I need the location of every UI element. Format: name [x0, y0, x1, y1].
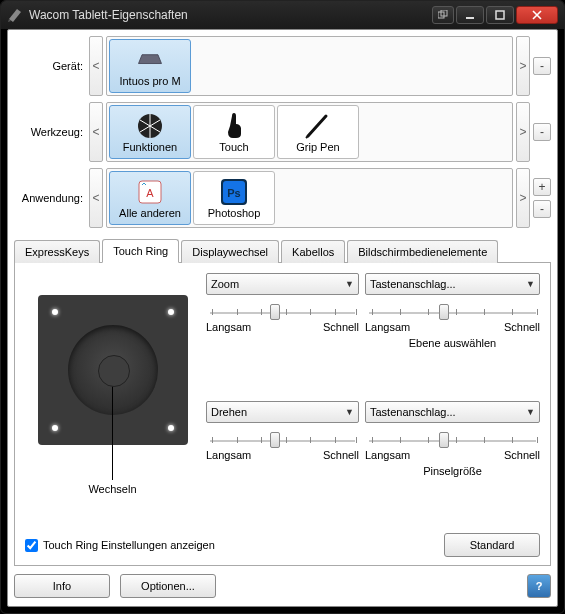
svg-rect-2 [466, 17, 474, 19]
show-settings-checkbox-input[interactable] [25, 539, 38, 552]
combo-value: Zoom [211, 278, 239, 290]
tr-sub-label: Ebene auswählen [365, 337, 540, 349]
tool-strip: Funktionen Touch Grip Pen [106, 102, 513, 162]
br-sub-label: Pinselgröße [365, 465, 540, 477]
slider-max-label: Schnell [323, 449, 359, 461]
slider-max-label: Schnell [323, 321, 359, 333]
pen-icon [303, 112, 333, 140]
chevron-down-icon: ▼ [526, 407, 535, 417]
bl-function-combo[interactable]: Drehen ▼ [206, 401, 359, 423]
tool-row-label: Werkzeug: [14, 126, 89, 138]
device-tile-label: Intuos pro M [119, 76, 180, 87]
tool-tile-touch[interactable]: Touch [193, 105, 275, 159]
tool-tile-functions[interactable]: Funktionen [109, 105, 191, 159]
slider-min-label: Langsam [365, 321, 410, 333]
device-tile-intuos[interactable]: Intuos pro M [109, 39, 191, 93]
app-tile-photoshop[interactable]: Ps Photoshop [193, 171, 275, 225]
info-button[interactable]: Info [14, 574, 110, 598]
slider-min-label: Langsam [365, 449, 410, 461]
app-next-button[interactable]: > [516, 168, 530, 228]
tab-bildschirmbedienelemente[interactable]: Bildschirmbedienelemente [347, 240, 498, 263]
svg-text:A: A [146, 187, 154, 199]
svg-text:Ps: Ps [227, 187, 240, 199]
tab-touchring[interactable]: Touch Ring [102, 239, 179, 263]
maximize-button[interactable] [486, 6, 514, 24]
device-strip: Intuos pro M [106, 36, 513, 96]
combo-value: Drehen [211, 406, 247, 418]
tool-prev-button[interactable]: < [89, 102, 103, 162]
photoshop-icon: Ps [219, 178, 249, 206]
tool-tile-label: Grip Pen [296, 142, 339, 153]
functions-icon [135, 112, 165, 140]
app-strip: A Alle anderen Ps Photoshop [106, 168, 513, 228]
close-button[interactable] [516, 6, 558, 24]
device-prev-button[interactable]: < [89, 36, 103, 96]
checkbox-label: Touch Ring Einstellungen anzeigen [43, 539, 215, 551]
app-tile-label: Photoshop [208, 208, 261, 219]
tab-bar: ExpressKeys Touch Ring Displaywechsel Ka… [14, 238, 551, 263]
app-row-label: Anwendung: [14, 192, 89, 204]
help-button[interactable]: ? [527, 574, 551, 598]
titlebar[interactable]: Wacom Tablett-Eigenschaften [1, 1, 564, 29]
default-button[interactable]: Standard [444, 533, 540, 557]
slider-min-label: Langsam [206, 321, 251, 333]
app-icon [7, 7, 23, 23]
svg-marker-4 [139, 54, 162, 63]
svg-rect-3 [496, 11, 504, 19]
options-button[interactable]: Optionen... [120, 574, 216, 598]
chevron-down-icon: ▼ [345, 407, 354, 417]
app-tile-label: Alle anderen [119, 208, 181, 219]
app-tile-allothers[interactable]: A Alle anderen [109, 171, 191, 225]
tool-remove-button[interactable]: - [533, 123, 551, 141]
tr-speed-slider[interactable]: LangsamSchnell [365, 303, 540, 333]
app-remove-button[interactable]: - [533, 200, 551, 218]
compat-button[interactable] [432, 6, 454, 24]
tool-next-button[interactable]: > [516, 102, 530, 162]
chevron-down-icon: ▼ [526, 279, 535, 289]
tool-tile-label: Funktionen [123, 142, 177, 153]
device-row-label: Gerät: [14, 60, 89, 72]
touchring-panel: Zoom ▼ LangsamSchnell [14, 263, 551, 566]
tl-function-combo[interactable]: Zoom ▼ [206, 273, 359, 295]
window-title: Wacom Tablett-Eigenschaften [29, 8, 432, 22]
slider-max-label: Schnell [504, 449, 540, 461]
tool-tile-grippen[interactable]: Grip Pen [277, 105, 359, 159]
minimize-button[interactable] [456, 6, 484, 24]
center-mode-label: Wechseln [88, 483, 136, 495]
device-remove-button[interactable]: - [533, 57, 551, 75]
chevron-down-icon: ▼ [345, 279, 354, 289]
tr-function-combo[interactable]: Tastenanschlag... ▼ [365, 273, 540, 295]
tablet-icon [135, 46, 165, 74]
tab-expresskeys[interactable]: ExpressKeys [14, 240, 100, 263]
device-next-button[interactable]: > [516, 36, 530, 96]
slider-min-label: Langsam [206, 449, 251, 461]
slider-max-label: Schnell [504, 321, 540, 333]
app-prev-button[interactable]: < [89, 168, 103, 228]
br-function-combo[interactable]: Tastenanschlag... ▼ [365, 401, 540, 423]
combo-value: Tastenanschlag... [370, 278, 456, 290]
tab-displaywechsel[interactable]: Displaywechsel [181, 240, 279, 263]
combo-value: Tastenanschlag... [370, 406, 456, 418]
tl-speed-slider[interactable]: LangsamSchnell [206, 303, 359, 333]
touchring-preview [38, 295, 188, 445]
allapps-icon: A [135, 178, 165, 206]
bl-speed-slider[interactable]: LangsamSchnell [206, 431, 359, 461]
app-add-button[interactable]: + [533, 178, 551, 196]
show-settings-checkbox[interactable]: Touch Ring Einstellungen anzeigen [25, 539, 215, 552]
touch-icon [219, 112, 249, 140]
tool-tile-label: Touch [219, 142, 248, 153]
br-speed-slider[interactable]: LangsamSchnell [365, 431, 540, 461]
tab-kabellos[interactable]: Kabellos [281, 240, 345, 263]
